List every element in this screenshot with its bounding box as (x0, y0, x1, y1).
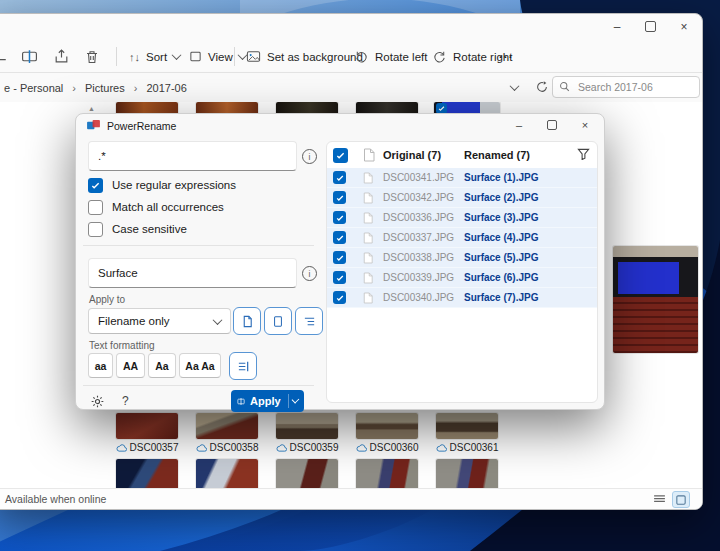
checkbox-icon[interactable] (88, 222, 103, 237)
breadcrumb-segment[interactable]: 2017-06 (146, 82, 186, 94)
file-name-label[interactable]: DSC00360 (347, 442, 427, 453)
apply-dropdown-chevron-icon[interactable] (292, 396, 300, 404)
photo-thumbnail[interactable] (276, 413, 338, 439)
breadcrumb-segment[interactable]: e - Personal (4, 82, 63, 94)
info-icon[interactable]: i (302, 266, 317, 281)
lowercase-button[interactable]: aa (88, 353, 113, 378)
photo-thumbnail[interactable] (116, 413, 178, 439)
row-checkbox[interactable] (333, 211, 346, 224)
settings-gear-icon[interactable] (90, 394, 105, 413)
help-icon[interactable]: ? (122, 394, 129, 408)
preview-row[interactable]: DSC00340.JPG Surface (7).JPG (327, 288, 597, 308)
info-icon[interactable]: i (302, 149, 317, 164)
include-folders-toggle[interactable] (264, 307, 292, 335)
view-button[interactable]: View (189, 41, 246, 72)
titlecase-button[interactable]: Aa (148, 353, 176, 378)
delete-icon[interactable] (84, 41, 100, 72)
preview-row[interactable]: DSC00339.JPG Surface (6).JPG (327, 268, 597, 288)
apply-to-value: Filename only (98, 315, 170, 327)
preview-row[interactable]: DSC00336.JPG Surface (3).JPG (327, 208, 597, 228)
original-filename: DSC00338.JPG (383, 252, 456, 263)
option-match-all-occurrences[interactable]: Match all occurrences (88, 198, 224, 216)
row-checkbox[interactable] (333, 251, 346, 264)
maximize-icon[interactable] (547, 116, 557, 134)
original-filename: DSC00339.JPG (383, 272, 456, 283)
breadcrumb[interactable]: e - Personal › Pictures › 2017-06 (4, 73, 187, 102)
preview-rows: DSC00341.JPG Surface (1).JPG DSC00342.JP… (327, 168, 597, 308)
apply-button[interactable]: Apply (231, 390, 304, 412)
set-as-background-button[interactable]: Set as background (246, 41, 363, 72)
photo-thumbnail[interactable] (356, 459, 418, 489)
original-filename: DSC00340.JPG (383, 292, 456, 303)
original-column-header[interactable]: Original (7) (383, 149, 456, 161)
more-options-button[interactable]: ··· (499, 41, 514, 72)
option-use-regular-expressions[interactable]: Use regular expressions (88, 176, 236, 194)
refresh-icon[interactable] (535, 80, 549, 98)
option-label: Use regular expressions (112, 179, 236, 191)
rotate-right-icon (432, 49, 447, 64)
photo-thumbnail[interactable] (116, 459, 178, 489)
row-checkbox[interactable] (333, 231, 346, 244)
close-icon[interactable]: × (578, 116, 592, 134)
original-filename: DSC00336.JPG (383, 212, 456, 223)
capitalize-button[interactable]: Aa Aa (179, 353, 221, 378)
preview-row[interactable]: DSC00341.JPG Surface (1).JPG (327, 168, 597, 188)
row-checkbox[interactable] (333, 191, 346, 204)
select-all-checkbox[interactable] (333, 148, 348, 163)
row-checkbox[interactable] (333, 291, 346, 304)
option-case-sensitive[interactable]: Case sensitive (88, 220, 187, 238)
minimize-icon[interactable]: – (512, 116, 526, 134)
enumerate-items-toggle[interactable] (229, 352, 257, 380)
file-name-label[interactable]: DSC00358 (187, 442, 267, 453)
photo-thumbnail[interactable] (196, 413, 258, 439)
file-icon (363, 192, 373, 204)
photo-thumbnail[interactable] (436, 459, 498, 489)
file-name-label[interactable]: DSC00361 (427, 442, 507, 453)
breadcrumb-separator-icon: › (134, 82, 138, 94)
photo-thumbnail[interactable] (276, 459, 338, 489)
row-checkbox[interactable] (333, 171, 346, 184)
include-subfolders-toggle[interactable] (295, 307, 323, 335)
checkbox-icon[interactable] (88, 178, 103, 193)
address-chevron-down-icon[interactable] (510, 81, 520, 91)
scroll-up-icon[interactable]: ▲ (88, 105, 95, 112)
onedrive-cloud-icon (116, 444, 127, 452)
sort-button[interactable]: ↑↓ Sort (129, 41, 180, 72)
rename-icon[interactable] (21, 41, 38, 72)
cut-icon[interactable] (0, 41, 10, 72)
preview-row[interactable]: DSC00338.JPG Surface (5).JPG (327, 248, 597, 268)
maximize-icon[interactable] (645, 18, 656, 36)
renamed-column-header[interactable]: Renamed (7) (456, 149, 569, 161)
renamed-filename: Surface (1).JPG (456, 172, 569, 183)
checkbox-icon[interactable] (88, 200, 103, 215)
file-icon (363, 232, 373, 244)
file-name-label[interactable]: DSC00357 (107, 442, 187, 453)
file-name-label[interactable]: DSC00359 (267, 442, 347, 453)
photo-thumbnail[interactable] (436, 413, 498, 439)
large-icons-view-icon[interactable] (672, 491, 690, 508)
image-icon (246, 49, 261, 64)
breadcrumb-segment[interactable]: Pictures (85, 82, 125, 94)
apply-to-dropdown[interactable]: Filename only (88, 308, 231, 334)
photo-thumbnail[interactable] (196, 459, 258, 489)
close-icon[interactable]: × (676, 18, 692, 36)
include-files-toggle[interactable] (233, 307, 261, 335)
uppercase-button[interactable]: AA (116, 353, 145, 378)
photo-thumbnail-large[interactable] (613, 246, 698, 353)
filter-icon[interactable] (577, 148, 590, 162)
rotate-left-button[interactable]: Rotate left (354, 41, 427, 72)
explorer-addressbar: e - Personal › Pictures › 2017-06 (0, 73, 702, 103)
minimize-icon[interactable]: – (609, 18, 625, 36)
search-for-input[interactable] (88, 141, 297, 171)
original-filename: DSC00342.JPG (383, 192, 456, 203)
details-view-icon[interactable] (651, 492, 667, 507)
replace-with-input[interactable] (88, 258, 297, 288)
preview-row[interactable]: DSC00342.JPG Surface (2).JPG (327, 188, 597, 208)
preview-row[interactable]: DSC00337.JPG Surface (4).JPG (327, 228, 597, 248)
row-checkbox[interactable] (333, 271, 346, 284)
photo-thumbnail[interactable] (356, 413, 418, 439)
dialog-title: PowerRename (107, 120, 176, 132)
search-box[interactable] (552, 76, 700, 98)
share-icon[interactable] (53, 41, 70, 72)
search-input[interactable] (576, 80, 693, 94)
